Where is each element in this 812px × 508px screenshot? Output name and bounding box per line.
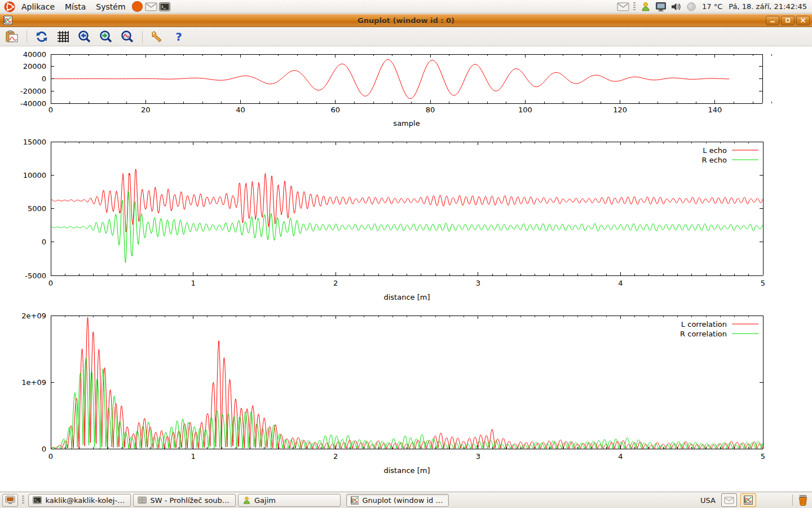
- grid-toggle-button[interactable]: [56, 29, 70, 44]
- settings-wrench-button[interactable]: [150, 29, 165, 44]
- svg-text:5: 5: [761, 452, 765, 461]
- svg-text:?: ?: [175, 30, 182, 43]
- svg-text:-5000: -5000: [25, 271, 46, 280]
- svg-text:2e+09: 2e+09: [21, 312, 46, 320]
- toolbar-separator: [142, 30, 143, 43]
- svg-text:5: 5: [761, 279, 765, 287]
- svg-text:distance [m]: distance [m]: [383, 466, 430, 475]
- refresh-button[interactable]: [34, 29, 49, 44]
- volume-indicator-icon[interactable]: [670, 1, 682, 13]
- svg-text:distance [m]: distance [m]: [383, 293, 430, 301]
- svg-text:0: 0: [48, 279, 53, 287]
- svg-text:10000: 10000: [23, 171, 46, 179]
- weather-indicator-icon[interactable]: [685, 1, 698, 13]
- task-label: kaklik@kaklik-kolej-u...: [45, 496, 126, 505]
- minimize-button[interactable]: [766, 16, 779, 25]
- gnuplot-toolbar: ?: [0, 27, 812, 46]
- svg-text:sample: sample: [393, 119, 420, 128]
- svg-text:140: 140: [708, 106, 722, 114]
- task-gajim[interactable]: Gajim: [238, 494, 341, 507]
- toolbar-separator: [27, 30, 27, 43]
- ubuntu-menu-icon[interactable]: [3, 1, 16, 13]
- terminal-icon: [33, 496, 42, 504]
- svg-text:20000: 20000: [23, 62, 46, 71]
- svg-text:5000: 5000: [28, 204, 46, 213]
- help-button[interactable]: ?: [171, 29, 186, 44]
- show-desktop-button[interactable]: [2, 494, 18, 507]
- terminal-launcher-icon[interactable]: [158, 1, 171, 13]
- menu-applications[interactable]: Aplikace: [16, 2, 60, 12]
- gnuplot-canvas[interactable]: 020406080100120140-40000-200000200004000…: [0, 46, 812, 492]
- svg-text:15000: 15000: [23, 138, 46, 146]
- svg-text:4: 4: [618, 452, 623, 461]
- gnuplot-tray-icon[interactable]: [740, 493, 756, 507]
- taskbar: kaklik@kaklik-kolej-u... SW - Prohlížeč …: [0, 492, 812, 508]
- applet-handle[interactable]: [633, 2, 636, 11]
- taskbar-separator: [792, 494, 793, 506]
- maximize-button[interactable]: [781, 16, 795, 25]
- task-label: Gnuplot (window id : 0): [362, 496, 444, 505]
- svg-text:0: 0: [42, 445, 46, 453]
- task-file-browser[interactable]: SW - Prohlížeč souborů: [133, 494, 236, 507]
- zoom-next-button[interactable]: [99, 29, 113, 44]
- svg-text:120: 120: [613, 106, 627, 114]
- top-panel: Aplikace Místa Systém: [0, 0, 812, 14]
- mail-indicator-icon[interactable]: [617, 1, 629, 13]
- trash-applet-icon[interactable]: [797, 494, 809, 506]
- svg-text:4: 4: [618, 279, 623, 287]
- gajim-icon: [242, 496, 251, 505]
- svg-text:2: 2: [333, 452, 338, 461]
- window-title: Gnuplot (window id : 0): [0, 16, 812, 25]
- svg-text:L correlation: L correlation: [681, 320, 727, 329]
- svg-text:L echo: L echo: [703, 146, 727, 155]
- task-gnuplot[interactable]: Gnuplot (window id : 0): [346, 494, 449, 507]
- unzoom-button[interactable]: [120, 29, 135, 44]
- svg-text:40: 40: [236, 106, 245, 114]
- menu-places[interactable]: Místa: [60, 2, 91, 12]
- firefox-launcher-icon[interactable]: [131, 1, 144, 13]
- svg-text:0: 0: [48, 106, 53, 114]
- svg-text:80: 80: [426, 106, 435, 114]
- temperature-indicator[interactable]: 17 °C: [700, 2, 725, 11]
- window-titlebar[interactable]: Gnuplot (window id : 0): [0, 14, 812, 27]
- tasklist-handle[interactable]: [22, 496, 24, 505]
- svg-text:40000: 40000: [23, 50, 46, 59]
- clock-applet[interactable]: Pá, 18. září, 21:42:45: [726, 2, 809, 11]
- close-button[interactable]: [796, 16, 810, 25]
- keyboard-layout-indicator[interactable]: USA: [698, 496, 718, 505]
- zoom-previous-button[interactable]: [77, 29, 92, 44]
- svg-text:100: 100: [518, 106, 532, 114]
- svg-text:0: 0: [42, 238, 46, 246]
- mail-launcher-icon[interactable]: [145, 1, 157, 13]
- svg-text:R correlation: R correlation: [680, 330, 727, 338]
- svg-text:3: 3: [476, 279, 480, 287]
- svg-text:3: 3: [476, 452, 480, 461]
- gajim-status-icon[interactable]: [639, 1, 652, 13]
- file-manager-icon: [138, 496, 147, 504]
- svg-text:20: 20: [141, 106, 151, 114]
- svg-text:1: 1: [191, 452, 195, 461]
- svg-text:60: 60: [331, 106, 341, 114]
- mail-tray-icon[interactable]: [721, 493, 737, 507]
- copy-plot-button[interactable]: [5, 29, 19, 44]
- task-terminal[interactable]: kaklik@kaklik-kolej-u...: [28, 494, 131, 507]
- svg-text:0: 0: [48, 452, 53, 461]
- svg-text:1: 1: [191, 279, 195, 287]
- svg-text:R echo: R echo: [701, 156, 727, 164]
- svg-text:1e+09: 1e+09: [21, 378, 46, 387]
- display-indicator-icon[interactable]: [655, 1, 667, 13]
- gnuplot-icon: [351, 496, 359, 505]
- task-label: Gajim: [254, 496, 276, 505]
- svg-text:-40000: -40000: [20, 99, 46, 108]
- svg-text:0: 0: [42, 75, 46, 83]
- svg-text:2: 2: [333, 279, 338, 287]
- plots-svg[interactable]: 020406080100120140-40000-200000200004000…: [0, 46, 812, 492]
- svg-text:-20000: -20000: [20, 87, 46, 95]
- task-label: SW - Prohlížeč souborů: [150, 496, 231, 505]
- menu-system[interactable]: Systém: [91, 2, 130, 12]
